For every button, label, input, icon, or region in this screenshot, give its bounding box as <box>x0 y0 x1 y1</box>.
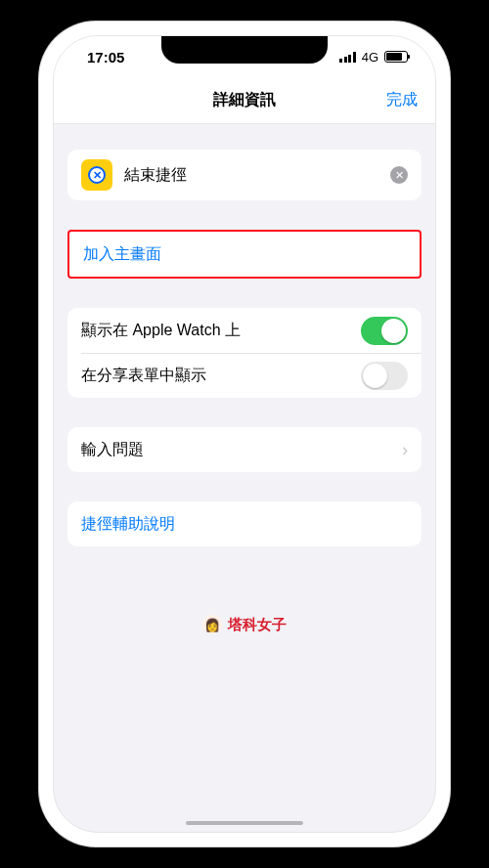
status-right: 4G <box>339 50 408 65</box>
brand-footer: 👩 塔科女子 <box>54 615 435 634</box>
screen: 17:05 4G 詳細資訊 完成 ✕ 結束捷徑 <box>53 35 436 833</box>
clear-icon[interactable] <box>390 166 408 184</box>
apple-watch-label: 顯示在 Apple Watch 上 <box>81 321 361 341</box>
signal-icon <box>339 52 356 63</box>
page-title: 詳細資訊 <box>213 90 276 110</box>
nav-bar: 詳細資訊 完成 <box>54 77 435 124</box>
brand-name: 塔科女子 <box>228 616 287 634</box>
help-row[interactable]: 捷徑輔助說明 <box>67 501 422 546</box>
notch <box>161 36 328 64</box>
options-group: 顯示在 Apple Watch 上 在分享表單中顯示 <box>67 308 422 398</box>
add-to-home-button[interactable]: 加入主畫面 <box>69 232 420 277</box>
apple-watch-switch[interactable] <box>361 317 408 345</box>
shortcut-icon[interactable]: ✕ <box>81 159 112 191</box>
import-questions-label: 輸入問題 <box>81 440 402 460</box>
share-sheet-switch[interactable] <box>361 362 408 390</box>
shortcut-name-group: ✕ 結束捷徑 <box>67 150 422 200</box>
status-time: 17:05 <box>87 49 124 65</box>
brand-avatar-icon: 👩 <box>202 615 222 634</box>
import-questions-row[interactable]: 輸入問題 › <box>67 427 422 472</box>
phone-frame: 17:05 4G 詳細資訊 完成 ✕ 結束捷徑 <box>39 22 450 846</box>
help-label: 捷徑輔助說明 <box>81 514 408 535</box>
import-group: 輸入問題 › <box>67 427 422 472</box>
battery-icon <box>384 51 408 63</box>
chevron-right-icon: › <box>402 440 408 460</box>
add-to-home-label: 加入主畫面 <box>83 244 406 265</box>
share-sheet-label: 在分享表單中顯示 <box>81 366 361 386</box>
content[interactable]: ✕ 結束捷徑 加入主畫面 顯示在 Apple Watch 上 在分享表單中顯示 <box>54 124 435 832</box>
shortcut-name-row[interactable]: ✕ 結束捷徑 <box>67 150 422 200</box>
apple-watch-row: 顯示在 Apple Watch 上 <box>67 308 422 353</box>
help-group: 捷徑輔助說明 <box>67 501 422 546</box>
network-label: 4G <box>362 50 378 65</box>
share-sheet-row: 在分享表單中顯示 <box>67 353 422 398</box>
done-button[interactable]: 完成 <box>386 90 418 110</box>
home-indicator <box>186 821 303 825</box>
add-to-home-group: 加入主畫面 <box>67 230 422 279</box>
shortcut-name-input[interactable]: 結束捷徑 <box>124 165 390 186</box>
